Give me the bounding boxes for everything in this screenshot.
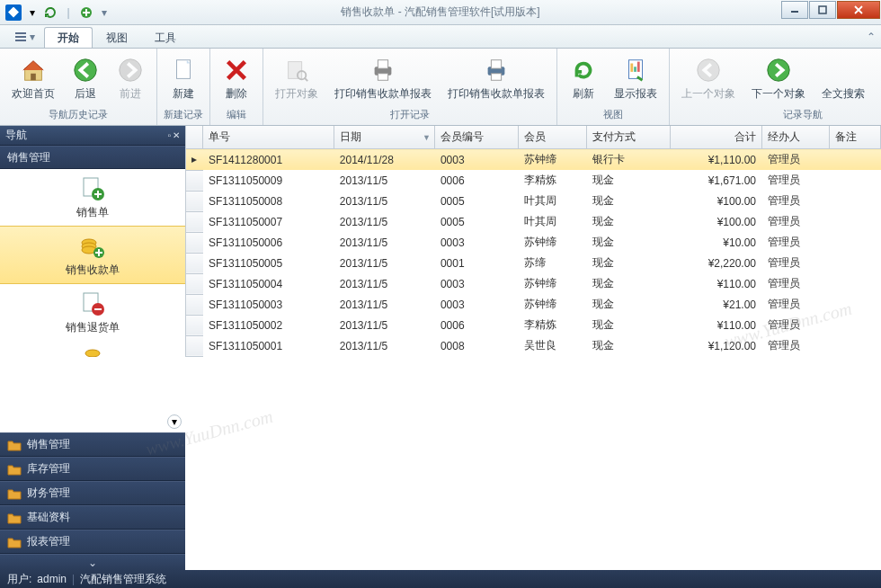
col-header-4[interactable]: 支付方式	[586, 126, 671, 149]
cell-date: 2013/11/5	[334, 232, 434, 253]
cell-mid: 0003	[434, 273, 519, 294]
table-row[interactable]: SF1311050005 2013/11/5 0001 苏缔 现金 ¥2,220…	[186, 253, 881, 273]
cell-no: SF1311050007	[203, 211, 334, 232]
table-row[interactable]: SF1311050002 2013/11/5 0006 李精炼 现金 ¥110.…	[186, 315, 881, 335]
close-button[interactable]	[837, 1, 880, 19]
data-grid[interactable]: 单号日期▼会员编号会员支付方式合计经办人备注▸ SF1411280001 201…	[185, 126, 881, 570]
ribbon-label: 上一个对象	[681, 86, 735, 102]
cell-mid: 0008	[434, 335, 519, 356]
ribbon-search-button[interactable]: 全文搜索	[815, 53, 871, 104]
cell-mid: 0005	[434, 191, 519, 211]
collapse-ribbon-icon[interactable]: ⌃	[867, 31, 876, 43]
doc-plus-icon	[78, 174, 107, 203]
ribbon-next-button[interactable]: 下一个对象	[745, 53, 812, 104]
ribbon-home-button[interactable]: 欢迎首页	[5, 53, 61, 104]
sidebar-item-partial	[0, 341, 185, 357]
ribbon-back-button[interactable]: 后退	[65, 53, 106, 104]
tab-tools[interactable]: 工具	[141, 27, 190, 48]
table-row[interactable]: SF1311050001 2013/11/5 0008 吴世良 现金 ¥1,12…	[186, 335, 881, 356]
table-row[interactable]: SF1311050007 2013/11/5 0005 叶其周 现金 ¥100.…	[186, 211, 881, 232]
ribbon-open-button: 打开对象	[269, 53, 325, 104]
window-title: 销售收款单 - 汽配销售管理软件[试用版本]	[341, 4, 539, 20]
table-row[interactable]: SF1311050003 2013/11/5 0003 苏钟缔 现金 ¥21.0…	[186, 294, 881, 315]
cell-pay: 现金	[586, 191, 671, 211]
sidebar-item-2[interactable]: 销售退货单	[0, 284, 185, 341]
table-row[interactable]: ▸ SF1411280001 2014/11/28 0003 苏钟缔 银行卡 ¥…	[186, 149, 881, 171]
qat-refresh-icon[interactable]	[43, 5, 58, 20]
coins-plus-icon	[78, 232, 107, 261]
sidebar-item-0[interactable]: 销售单	[0, 169, 185, 226]
cell-pay: 现金	[586, 170, 671, 191]
col-header-6[interactable]: 经办人	[762, 126, 830, 149]
cell-no: SF1311050003	[203, 294, 334, 315]
row-marker-header	[186, 126, 203, 149]
row-marker	[186, 191, 203, 211]
sidebar-category-2[interactable]: 财务管理	[0, 481, 185, 505]
cell-remark	[830, 273, 881, 294]
ribbon-delete-button[interactable]: 删除	[216, 53, 257, 104]
col-header-7[interactable]: 备注	[830, 126, 881, 149]
sidebar-scroll-down-icon[interactable]: ▾	[167, 414, 182, 429]
cell-member: 苏钟缔	[519, 149, 586, 171]
sidebar-item-1[interactable]: 销售收款单	[0, 226, 185, 284]
sidebar-expand-button[interactable]: ⌄	[0, 554, 185, 570]
status-app-name: 汽配销售管理系统	[80, 572, 166, 587]
print-icon	[369, 56, 397, 85]
qat-dropdown-icon[interactable]: ▾	[25, 5, 40, 20]
col-header-1[interactable]: 日期▼	[334, 126, 434, 149]
ribbon-new-button[interactable]: 新建	[163, 53, 204, 104]
qat-caret-icon[interactable]: ▾	[97, 5, 111, 20]
col-header-3[interactable]: 会员	[519, 126, 586, 149]
ribbon-refresh-button[interactable]: 刷新	[563, 53, 604, 104]
ribbon-print2-button[interactable]: 打印销售收款单报表	[441, 53, 551, 104]
cell-op: 管理员	[762, 315, 830, 335]
sidebar-category-label: 基础资料	[27, 510, 70, 525]
status-separator: |	[72, 573, 75, 585]
sidebar-close-icon[interactable]: ✕	[173, 130, 180, 140]
delete-icon	[222, 56, 251, 85]
sidebar-category-4[interactable]: 报表管理	[0, 530, 185, 554]
statusbar: 用户: admin | 汽配销售管理系统	[0, 570, 881, 588]
qat-add-icon[interactable]	[79, 5, 93, 20]
sidebar-header: 导航 ▫ ✕	[0, 126, 185, 146]
row-marker	[186, 315, 203, 335]
cell-pay: 现金	[586, 294, 671, 315]
table-row[interactable]: SF1311050008 2013/11/5 0005 叶其周 现金 ¥100.…	[186, 191, 881, 211]
sidebar-category-3[interactable]: 基础资料	[0, 505, 185, 530]
ribbon-version-button[interactable]: 版本信息	[875, 53, 881, 104]
col-header-5[interactable]: 合计	[671, 126, 762, 149]
sidebar-item-label: 销售单	[76, 205, 109, 220]
ribbon-print-button[interactable]: 打印销售收款单报表	[328, 53, 438, 104]
tab-start[interactable]: 开始	[44, 27, 93, 48]
ribbon-label: 新建	[173, 86, 194, 102]
folder-icon	[7, 487, 22, 500]
sidebar-category-0[interactable]: 销售管理	[0, 432, 185, 457]
cell-member: 苏钟缔	[519, 294, 586, 315]
row-marker: ▸	[186, 149, 203, 171]
svg-rect-19	[630, 63, 633, 71]
cell-pay: 现金	[586, 273, 671, 294]
menu-icon	[14, 31, 27, 43]
qat-separator-icon: |	[61, 5, 76, 20]
ribbon-label: 打印销售收款单报表	[448, 86, 545, 102]
table-row[interactable]: SF1311050009 2013/11/5 0006 李精炼 现金 ¥1,67…	[186, 170, 881, 191]
next-icon	[764, 56, 793, 85]
cell-date: 2013/11/5	[334, 294, 434, 315]
menu-dropdown[interactable]: ▾	[5, 25, 44, 48]
status-user-label: 用户:	[7, 572, 31, 587]
svg-rect-16	[491, 59, 501, 67]
table-row[interactable]: SF1311050006 2013/11/5 0003 苏钟缔 现金 ¥10.0…	[186, 232, 881, 253]
sidebar-pin-icon[interactable]: ▫	[167, 130, 171, 140]
tab-view[interactable]: 视图	[93, 27, 141, 48]
sidebar-section-title[interactable]: 销售管理	[0, 146, 185, 169]
minimize-button[interactable]	[781, 1, 808, 19]
maximize-button[interactable]	[809, 1, 836, 19]
col-header-0[interactable]: 单号	[203, 126, 334, 149]
sidebar-category-1[interactable]: 库存管理	[0, 457, 185, 481]
cell-date: 2013/11/5	[334, 273, 434, 294]
svg-point-7	[75, 58, 96, 80]
table-row[interactable]: SF1311050004 2013/11/5 0003 苏钟缔 现金 ¥110.…	[186, 273, 881, 294]
ribbon-label: 显示报表	[614, 86, 657, 102]
ribbon-report-button[interactable]: 显示报表	[608, 53, 663, 104]
col-header-2[interactable]: 会员编号	[434, 126, 519, 149]
